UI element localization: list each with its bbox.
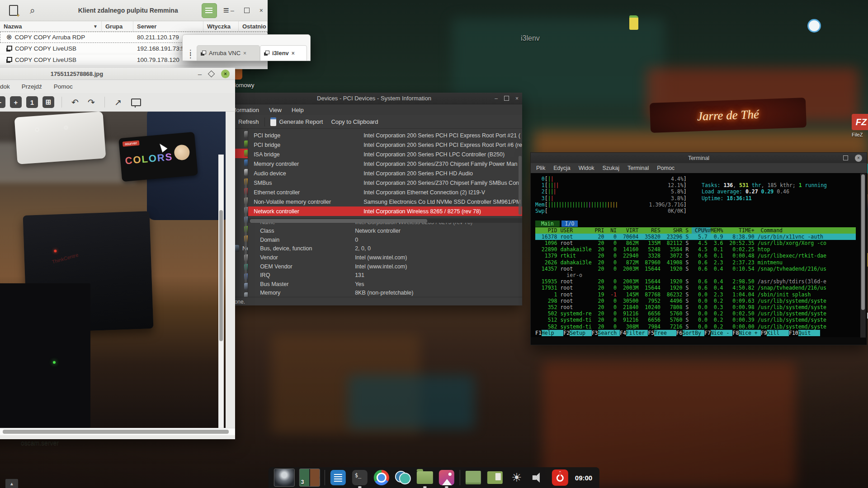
dock-image-viewer-button[interactable]: [438, 469, 455, 486]
dock-show-desktop-button[interactable]: [465, 469, 482, 486]
column-header-serwer[interactable]: Serwer: [133, 21, 203, 31]
new-connection-icon[interactable]: [9, 5, 18, 16]
dock-files-button[interactable]: [416, 469, 434, 486]
fkey-f8[interactable]: F8Nice +: [732, 330, 760, 336]
process-row-1[interactable]: 1 root 19 -1 145M 87768 86232 S 0.0 2.3 …: [535, 291, 856, 298]
fkey-f5[interactable]: F5Tree: [648, 330, 676, 336]
zoom-fit-button[interactable]: ⊞: [42, 96, 54, 108]
rotate-left-button[interactable]: ↶: [69, 97, 81, 108]
pci-device-row[interactable]: SMBusIntel Corporation 200 Series/Z370 C…: [248, 178, 522, 188]
slideshow-button[interactable]: [131, 99, 141, 106]
pci-device-row[interactable]: Non-Volatile memory controllerSamsung El…: [248, 197, 522, 206]
menu-hamburger-icon[interactable]: ≡: [223, 5, 229, 16]
rotate-right-button[interactable]: ↷: [85, 97, 97, 108]
fkey-f1[interactable]: F1Help: [535, 330, 563, 336]
pci-device-row[interactable]: Ethernet controllerIntel Corporation Eth…: [248, 188, 522, 197]
window-preview-grid[interactable]: 3: [299, 469, 320, 487]
process-row-2626[interactable]: 2626 dahakai3le 20 0 872M 87960 41908 S …: [535, 259, 856, 266]
fkey-f7[interactable]: F7Nice -: [704, 330, 732, 336]
device-list-scrollbar[interactable]: [519, 156, 522, 215]
column-header-grupa[interactable]: Grupa: [102, 21, 133, 31]
process-row-1379[interactable]: 1379 rtkit 20 0 22940 3328 3072 S 0.6 0.…: [535, 253, 856, 259]
pci-device-row[interactable]: Memory controllerIntel Corporation 200 S…: [248, 159, 522, 169]
terminal-menu-terminal[interactable]: Terminal: [627, 165, 649, 171]
process-row-15935[interactable]: 15935 root 20 0 2003M 15644 1920 S 0.6 0…: [535, 278, 856, 285]
dock-power-button[interactable]: [552, 469, 569, 486]
dock-brightness-button[interactable]: ☀: [508, 469, 525, 486]
device-list-hscrollbar[interactable]: [248, 218, 522, 223]
terminal-menu-edycja[interactable]: Edycja: [553, 165, 571, 171]
hardinfo-menu-help[interactable]: Help: [292, 107, 304, 113]
pci-device-row[interactable]: PCI bridgeIntel Corporation 200 Series P…: [248, 131, 522, 140]
pci-device-row[interactable]: ISA bridgeIntel Corporation 200 Series P…: [248, 150, 522, 159]
connection-table-header[interactable]: Nazwa▼GrupaSerwerWtyczkaOstatnio: [0, 21, 268, 32]
fullscreen-button[interactable]: ↗: [112, 97, 124, 108]
dock-chrome-button[interactable]: [373, 469, 390, 486]
zoom-in-button[interactable]: +: [10, 96, 22, 108]
pci-device-row[interactable]: Audio deviceIntel Corporation 200 Series…: [248, 169, 522, 178]
process-row-582[interactable]: 582 systemd-ti 20 0 308M 7984 7216 S 0.0…: [535, 324, 856, 330]
tab-i3lenv[interactable]: i3lenv ×: [260, 45, 307, 61]
htop-process-header[interactable]: PID USER PRI NI VIRT RES SHR S CPU%▽MEM%…: [535, 227, 856, 234]
process-row-298[interactable]: 298 root 20 0 30500 7952 4496 S 0.0 0.2 …: [535, 298, 856, 304]
close-button[interactable]: ×: [515, 95, 519, 102]
viewer-vscrollbar[interactable]: [218, 155, 224, 428]
column-header-ostatnio[interactable]: Ostatnio: [239, 21, 268, 31]
home-folder-label[interactable]: domowy: [232, 82, 254, 89]
process-row-16378[interactable]: 16378 root 20 0 70604 35820 23296 S 5.7 …: [535, 234, 856, 240]
tab-close-icon[interactable]: ×: [292, 50, 295, 56]
terminal-menu-plik[interactable]: Plik: [536, 165, 545, 171]
filezilla-icon[interactable]: FZ: [852, 114, 868, 130]
process-row-512[interactable]: 512 systemd-ti 20 0 91216 6656 5760 S 0.…: [535, 317, 856, 323]
oscam-server-desktop-label[interactable]: oscam.server: [21, 439, 59, 446]
pci-device-row[interactable]: Network controllerIntel Corporation Wire…: [248, 206, 522, 216]
tab-close-icon[interactable]: ×: [243, 50, 246, 56]
close-button[interactable]: ×: [855, 155, 862, 162]
search-icon[interactable]: ⌕: [30, 5, 35, 16]
terminal-scrollbar[interactable]: [860, 174, 866, 338]
tab-arruba-vnc[interactable]: Arruba VNC ×: [197, 45, 260, 61]
terminal-menu-widok[interactable]: Widok: [579, 165, 594, 171]
panel-corner-button[interactable]: ▲: [5, 479, 18, 488]
viewer-hscrollbar[interactable]: [0, 428, 235, 435]
column-header-nazwa[interactable]: Nazwa▼: [0, 21, 102, 31]
column-header-wtyczka[interactable]: Wtyczka: [203, 21, 239, 31]
terminal-menu-szukaj[interactable]: Szukaj: [602, 165, 619, 171]
sd-card-icon[interactable]: [629, 15, 638, 30]
photo-content[interactable]: asurver COLORS ThinkCentre: [0, 112, 226, 428]
terminal-titlebar[interactable]: Terminal ×: [531, 153, 867, 163]
sidebar-scrollbar[interactable]: [245, 178, 247, 282]
hardinfo-menu-view[interactable]: View: [269, 107, 282, 113]
remmina-titlebar[interactable]: ⌕ Klient zdalnego pulpitu Remmina ≡ – ×: [0, 0, 268, 21]
fkey-f10[interactable]: F10Quit: [789, 330, 820, 336]
fkey-f3[interactable]: F3Search: [592, 330, 620, 336]
terminal-menu-pomoc[interactable]: Pomoc: [657, 165, 675, 171]
process-row-22890[interactable]: 22890 dahakai3le 20 0 14160 5248 3584 R …: [535, 246, 856, 253]
process-row-352[interactable]: 352 root 20 0 21840 10240 7808 S 0.0 0.3…: [535, 304, 856, 310]
viewer-menu-przejdź[interactable]: Przejdź: [22, 83, 42, 90]
restore-button[interactable]: [208, 70, 215, 77]
fkey-f9[interactable]: F9Kill: [761, 330, 789, 336]
copy-to-clipboard-button[interactable]: Copy to Clipboard: [331, 118, 378, 125]
close-button[interactable]: ×: [259, 7, 263, 14]
refresh-button[interactable]: Refresh: [238, 118, 259, 125]
generate-report-button[interactable]: Generate Report: [279, 118, 323, 125]
htop-function-keys[interactable]: F1Help F2Setup F3Search F4Filter F5Tree …: [535, 330, 856, 336]
dock-documents-button[interactable]: [486, 469, 504, 486]
dock-terminal-button[interactable]: $_: [351, 469, 368, 486]
close-button[interactable]: ×: [221, 70, 230, 78]
fkey-f2[interactable]: F2Setup: [563, 330, 591, 336]
htop-tabs[interactable]: Main I/O: [535, 221, 856, 227]
minimize-button[interactable]: –: [231, 7, 234, 14]
minimize-button[interactable]: –: [198, 70, 202, 78]
window-preview-photo[interactable]: [274, 469, 295, 487]
viewer-menu-pomoc[interactable]: Pomoc: [54, 83, 73, 90]
hardinfo-titlebar[interactable]: Devices - PCI Devices - System Informati…: [226, 93, 522, 104]
process-row-502[interactable]: 502 systemd-re 20 0 91216 6656 5760 S 0.…: [535, 310, 856, 317]
htop-view[interactable]: 0[||4.4%]Tasks: 136, 531 thr, 185 kthr; …: [531, 173, 867, 337]
viewer-menu-dok[interactable]: dok: [0, 83, 10, 90]
pci-device-row[interactable]: PCI bridgeIntel Corporation 200 Series P…: [248, 140, 522, 150]
process-row-14357[interactable]: 14357 root 20 0 2003M 15644 1920 S 0.6 0…: [535, 266, 856, 272]
viewer-titlebar[interactable]: 1755112578868.jpg – ×: [0, 68, 235, 80]
drag-handle-icon[interactable]: ⋮⋮: [187, 51, 194, 57]
